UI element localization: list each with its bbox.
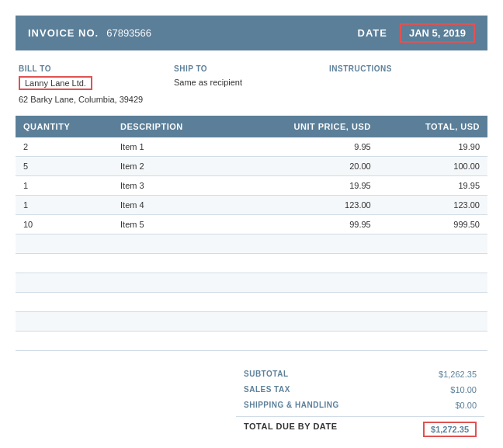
cell-total: 999.50 bbox=[379, 214, 487, 234]
cell-qty: 1 bbox=[16, 195, 113, 214]
total-row: TOTAL DUE BY DATE $1,272.35 bbox=[236, 416, 484, 440]
empty-row bbox=[16, 292, 487, 311]
cell-total: 19.90 bbox=[379, 137, 487, 157]
empty-row bbox=[16, 331, 487, 350]
empty-row bbox=[16, 234, 487, 253]
empty-row bbox=[16, 273, 487, 292]
subtotal-row: SUBTOTAL $1,262.35 bbox=[236, 366, 484, 382]
subtotal-value: $1,262.35 bbox=[439, 370, 477, 379]
cell-desc: Item 3 bbox=[113, 175, 234, 195]
table-row: 1 Item 3 19.95 19.95 bbox=[16, 175, 487, 195]
cell-unit-price: 19.95 bbox=[234, 175, 379, 195]
cell-qty: 10 bbox=[16, 214, 113, 234]
table-row: 5 Item 2 20.00 100.00 bbox=[16, 156, 487, 175]
cell-unit-price: 20.00 bbox=[234, 156, 379, 175]
address-row: BILL TO Lanny Lane Ltd. 62 Barky Lane, C… bbox=[16, 64, 487, 106]
tax-value: $10.00 bbox=[450, 385, 477, 394]
cell-qty: 5 bbox=[16, 156, 113, 175]
bill-to-label: BILL TO bbox=[19, 64, 174, 73]
date-value: JAN 5, 2019 bbox=[400, 23, 475, 43]
cell-desc: Item 1 bbox=[113, 137, 234, 157]
invoice-no-label: INVOICE NO. bbox=[28, 27, 99, 39]
cell-desc: Item 2 bbox=[113, 156, 234, 175]
summary-inner: SUBTOTAL $1,262.35 SALES TAX $10.00 SHIP… bbox=[236, 366, 484, 440]
date-label: DATE bbox=[358, 27, 387, 39]
shipping-value: $0.00 bbox=[455, 401, 477, 410]
invoice-header: INVOICE NO. 67893566 DATE JAN 5, 2019 bbox=[16, 16, 487, 50]
col-unit-price: UNIT PRICE, USD bbox=[234, 116, 379, 137]
table-row: 1 Item 4 123.00 123.00 bbox=[16, 195, 487, 214]
empty-row bbox=[16, 253, 487, 273]
ship-to-col: SHIP TO Same as recipient bbox=[174, 64, 329, 106]
cell-desc: Item 4 bbox=[113, 195, 234, 214]
summary-section: SUBTOTAL $1,262.35 SALES TAX $10.00 SHIP… bbox=[16, 366, 487, 440]
empty-row bbox=[16, 311, 487, 331]
total-value: $1,272.35 bbox=[423, 422, 477, 437]
cell-unit-price: 9.95 bbox=[234, 137, 379, 157]
col-description: DESCRIPTION bbox=[113, 116, 234, 137]
cell-total: 123.00 bbox=[379, 195, 487, 214]
tax-label: SALES TAX bbox=[244, 385, 290, 394]
invoice-number: 67893566 bbox=[106, 27, 151, 39]
shipping-label: SHIPPING & HANDLING bbox=[244, 401, 339, 410]
bill-to-company: Lanny Lane Ltd. bbox=[19, 76, 92, 90]
cell-total: 100.00 bbox=[379, 156, 487, 175]
ship-to-label: SHIP TO bbox=[174, 64, 329, 73]
subtotal-label: SUBTOTAL bbox=[244, 370, 289, 379]
ship-to-value: Same as recipient bbox=[174, 76, 329, 89]
bill-to-address: 62 Barky Lane, Columbia, 39429 bbox=[19, 93, 174, 106]
cell-desc: Item 5 bbox=[113, 214, 234, 234]
cell-unit-price: 99.95 bbox=[234, 214, 379, 234]
shipping-row: SHIPPING & HANDLING $0.00 bbox=[236, 398, 484, 413]
total-label: TOTAL DUE BY DATE bbox=[244, 422, 338, 437]
tax-row: SALES TAX $10.00 bbox=[236, 382, 484, 398]
invoice-table: QUANTITY DESCRIPTION UNIT PRICE, USD TOT… bbox=[16, 116, 487, 351]
instructions-col: INSTRUCTIONS bbox=[329, 64, 484, 106]
table-row: 10 Item 5 99.95 999.50 bbox=[16, 214, 487, 234]
cell-total: 19.95 bbox=[379, 175, 487, 195]
table-header-row: QUANTITY DESCRIPTION UNIT PRICE, USD TOT… bbox=[16, 116, 487, 137]
cell-unit-price: 123.00 bbox=[234, 195, 379, 214]
col-total: TOTAL, USD bbox=[379, 116, 487, 137]
cell-qty: 1 bbox=[16, 175, 113, 195]
bill-to-col: BILL TO Lanny Lane Ltd. 62 Barky Lane, C… bbox=[19, 64, 174, 106]
cell-qty: 2 bbox=[16, 137, 113, 157]
col-quantity: QUANTITY bbox=[16, 116, 113, 137]
instructions-label: INSTRUCTIONS bbox=[329, 64, 484, 73]
table-row: 2 Item 1 9.95 19.90 bbox=[16, 137, 487, 157]
